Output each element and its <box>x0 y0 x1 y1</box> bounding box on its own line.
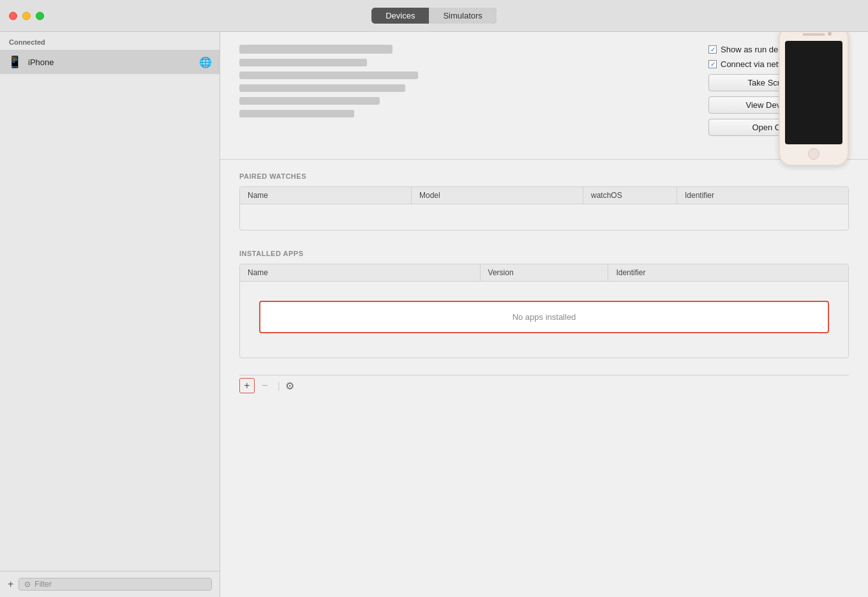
sidebar-item-iphone[interactable]: 📱 iPhone 🌐 <box>0 50 220 74</box>
table-footer: + − | ⚙ <box>239 375 849 396</box>
iphone-speaker <box>803 33 825 36</box>
show-run-destination-checkbox[interactable] <box>708 45 717 54</box>
installed-apps-table: Name Version Identifier No apps installe… <box>239 264 849 358</box>
connect-via-network-checkbox[interactable] <box>708 60 717 68</box>
no-apps-message: No apps installed <box>259 301 829 333</box>
settings-gear-icon[interactable]: ⚙ <box>285 380 294 392</box>
device-name-label: iPhone <box>28 57 193 67</box>
col-watchos-header: watchOS <box>583 187 677 204</box>
iphone-home-button <box>808 148 819 160</box>
iphone-body <box>779 32 849 166</box>
footer-separator: | <box>278 381 280 391</box>
maximize-button[interactable] <box>36 11 44 20</box>
tab-simulators[interactable]: Simulators <box>429 8 496 24</box>
col-model-header: Model <box>412 187 583 204</box>
paired-watches-empty <box>240 204 848 230</box>
col-identifier-header: Identifier <box>677 187 848 204</box>
apps-col-name-header: Name <box>240 264 481 281</box>
lower-content: PAIRED WATCHES Name Model watchOS Identi… <box>220 160 868 409</box>
remove-app-button[interactable]: − <box>257 378 273 393</box>
iphone-camera <box>828 32 832 36</box>
filter-container[interactable]: ⊙ Filter <box>19 578 212 591</box>
connected-header: Connected <box>0 32 220 50</box>
installed-apps-header: Name Version Identifier <box>240 264 848 282</box>
titlebar: Devices Simulators <box>0 0 868 32</box>
device-info-section: Show as run destination Connect via netw… <box>220 32 868 160</box>
apps-col-version-header: Version <box>481 264 609 281</box>
paired-watches-header: Name Model watchOS Identifier <box>240 187 848 204</box>
iphone-illustration <box>772 32 855 166</box>
tab-group: Devices Simulators <box>371 8 497 24</box>
col-name-header: Name <box>240 187 412 204</box>
device-details <box>239 45 689 123</box>
network-icon: 🌐 <box>199 56 212 68</box>
filter-label: Filter <box>34 580 52 589</box>
iphone-icon: 📱 <box>8 55 22 69</box>
installed-apps-body: No apps installed <box>240 282 848 358</box>
sidebar: Connected 📱 iPhone 🌐 + ⊙ Filter <box>0 32 220 597</box>
main-layout: Connected 📱 iPhone 🌐 + ⊙ Filter <box>0 32 868 597</box>
tab-devices[interactable]: Devices <box>371 8 429 24</box>
installed-apps-title: INSTALLED APPS <box>239 250 849 257</box>
iphone-screen <box>785 41 842 144</box>
sidebar-footer: + ⊙ Filter <box>0 571 220 597</box>
content-area: Show as run destination Connect via netw… <box>220 32 868 597</box>
add-app-button[interactable]: + <box>239 378 255 393</box>
paired-watches-table: Name Model watchOS Identifier <box>239 186 849 230</box>
apps-col-identifier-header: Identifier <box>608 264 848 281</box>
window-controls <box>9 11 44 20</box>
paired-watches-title: PAIRED WATCHES <box>239 172 849 180</box>
close-button[interactable] <box>9 11 17 20</box>
add-device-button[interactable]: + <box>8 578 13 590</box>
minimize-button[interactable] <box>22 11 31 20</box>
filter-icon: ⊙ <box>24 580 31 589</box>
